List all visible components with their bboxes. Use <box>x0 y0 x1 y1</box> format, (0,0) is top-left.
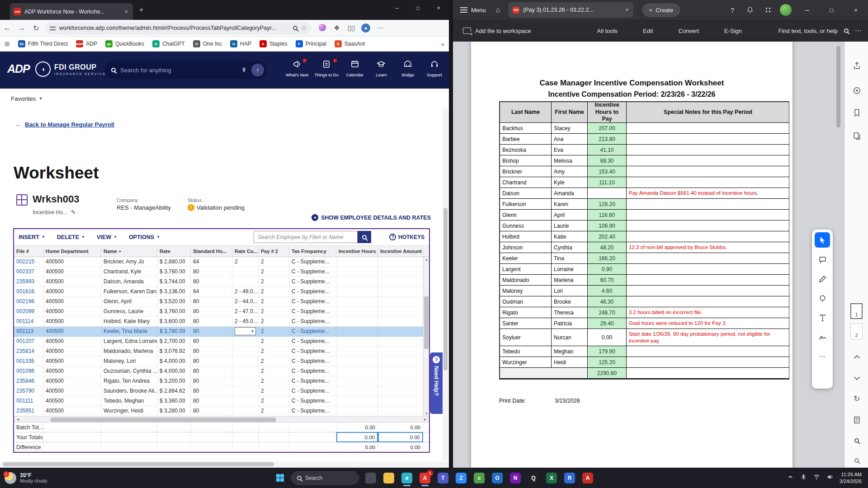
grid-row[interactable]: 001114400500Holbird, Katie Mary$ 3,600.0… <box>14 317 423 327</box>
grid-cell[interactable]: 400500 <box>43 287 101 297</box>
taskbar-outlook[interactable]: O <box>488 469 506 487</box>
grid-cell[interactable] <box>336 317 378 327</box>
taskbar-edge[interactable]: e <box>398 469 416 487</box>
minimize-button[interactable]: ─ <box>795 0 819 20</box>
grid-column-header[interactable]: Rate Co... <box>232 246 259 257</box>
bookmark-item[interactable]: H HAP <box>230 40 251 47</box>
acrobat-scroll-thumb[interactable] <box>836 46 840 127</box>
grid-cell[interactable]: Gunness, Laurie <box>101 307 157 317</box>
grid-cell[interactable]: 80 <box>191 406 232 416</box>
grid-row[interactable]: 235993400500Datson, Amanda$ 3,744.00802C… <box>14 277 423 287</box>
grid-cell[interactable] <box>336 267 378 277</box>
more-tools-icon[interactable]: ⋯ <box>815 349 830 364</box>
browser-menu-icon[interactable]: ⋯ <box>373 24 387 32</box>
grid-column-header[interactable]: Incentive Amount <box>378 246 423 257</box>
bookmark-item[interactable]: O One Inc <box>193 40 222 47</box>
grid-cell[interactable] <box>232 357 259 366</box>
page-thumbnail-1[interactable]: 1 <box>850 303 863 319</box>
bookmark-icon[interactable] <box>851 107 863 118</box>
grid-cell[interactable]: C - Suppleme... <box>289 396 336 406</box>
page-vscroll-thumb[interactable] <box>443 208 448 371</box>
grid-cell[interactable]: C - Suppleme... <box>289 406 336 416</box>
file-number-link[interactable]: 001207 <box>16 338 34 344</box>
file-number-link[interactable]: 235951 <box>16 408 34 414</box>
grid-cell[interactable] <box>232 277 259 287</box>
grid-cell[interactable] <box>336 366 378 376</box>
grid-cell[interactable] <box>378 277 423 287</box>
scroll-left-icon[interactable]: ◄ <box>16 417 20 422</box>
grid-cell[interactable]: 2 <box>259 257 289 267</box>
grid-cell[interactable]: $ 3,760.00 <box>157 307 191 317</box>
delete-menu-button[interactable]: DELETE ▼ <box>57 234 85 240</box>
totals-cell[interactable]: 0.00 <box>378 422 423 432</box>
grid-cell[interactable] <box>378 307 423 317</box>
zoom-out-icon[interactable] <box>851 455 863 466</box>
grid-cell[interactable] <box>232 386 259 396</box>
grid-cell[interactable] <box>378 337 423 347</box>
grid-row[interactable]: 235951400500Wurzinger, Heidi$ 3,280.0080… <box>14 406 423 416</box>
grid-cell[interactable]: 001096 <box>14 366 43 376</box>
document-tab[interactable]: PDF (Pay 3) 01.23.26 - 03.22.2... × <box>508 2 633 18</box>
grid-row[interactable]: 001207400500Largent, Edna Lorraine$ 2,70… <box>14 337 423 347</box>
grid-row[interactable]: 002337400500Chartrand, Kyle$ 3,760.00802… <box>14 267 423 277</box>
grid-cell[interactable]: 80 <box>191 277 232 287</box>
grid-cell[interactable]: 235951 <box>14 406 43 416</box>
insert-menu-button[interactable]: INSERT ▼ <box>19 234 45 240</box>
grid-cell[interactable] <box>336 376 378 386</box>
grid-cell[interactable] <box>378 317 423 327</box>
adp-nav-what-s-new[interactable]: What's New <box>285 58 309 83</box>
grid-cell[interactable]: C - Suppleme... <box>289 376 336 386</box>
maximize-button[interactable]: □ <box>407 0 428 16</box>
grid-cell[interactable]: 80 <box>191 396 232 406</box>
file-number-link[interactable]: 002196 <box>16 298 34 305</box>
grid-cell[interactable]: 2 <box>259 327 289 337</box>
grid-cell[interactable]: Maloney, Lori <box>101 357 157 366</box>
grid-vertical-scrollbar[interactable]: ▲ ▼ <box>423 257 429 416</box>
grid-cell[interactable] <box>336 337 378 347</box>
favorite-star-icon[interactable]: ☆ <box>301 25 307 32</box>
grid-cell[interactable]: 002196 <box>14 297 43 307</box>
grid-row[interactable]: 001096400500Ouzounian, Cynthia ...$ 4,00… <box>14 366 423 376</box>
bookmark-item[interactable]: S Staples <box>259 40 288 47</box>
ai-assistant-icon[interactable] <box>851 84 863 96</box>
bookmark-item[interactable]: S SaasAnt <box>335 40 365 47</box>
toolbar-more-icon[interactable]: ⋯ <box>855 27 862 35</box>
bookmark-item[interactable]: ADP ADP <box>76 40 97 47</box>
grid-cell[interactable]: Wurzinger, Heidi <box>101 406 157 416</box>
chevron-up-icon[interactable] <box>851 351 863 363</box>
taskbar-file-explorer[interactable] <box>380 469 398 487</box>
grid-row[interactable]: 001113400500Keeler, Tina Marie$ 3,780.00… <box>14 327 423 337</box>
close-button[interactable]: × <box>428 0 449 16</box>
grid-cell[interactable] <box>336 277 378 287</box>
apps-grid-icon[interactable] <box>759 7 777 13</box>
zoom-icon[interactable] <box>293 25 297 32</box>
grid-cell[interactable]: $ 3,760.00 <box>157 267 191 277</box>
grid-column-header[interactable]: Pay # 2 <box>259 246 289 257</box>
grid-cell[interactable] <box>378 297 423 307</box>
comment-tool-icon[interactable] <box>815 252 830 267</box>
maximize-button[interactable]: □ <box>819 0 844 20</box>
forward-icon[interactable]: → <box>14 24 29 32</box>
grid-cell[interactable] <box>336 347 378 357</box>
grid-cell[interactable]: 2 <box>259 307 289 317</box>
employee-search-input[interactable] <box>254 231 358 243</box>
grid-cell[interactable]: $ 3,200.00 <box>157 376 191 386</box>
find-text-label[interactable]: Find text, tools, or help <box>778 28 838 34</box>
grid-cell[interactable]: 2 - 45.0... <box>232 317 259 327</box>
acrobat-tool-convert[interactable]: Convert <box>671 28 707 34</box>
grid-cell[interactable]: 2 <box>259 297 289 307</box>
grid-cell[interactable]: Holbird, Katie Mary <box>101 317 157 327</box>
file-number-link[interactable]: 001616 <box>16 288 34 295</box>
bookmark-item[interactable]: 53 Fifth Third Direct <box>18 40 68 47</box>
grid-cell[interactable]: C - Suppleme... <box>289 257 336 267</box>
page-hscroll-thumb[interactable] <box>3 462 274 466</box>
grid-cell[interactable]: Largent, Edna Lorraine <box>101 337 157 347</box>
grid-cell[interactable] <box>378 406 423 416</box>
grid-cell[interactable]: 80 <box>191 267 232 277</box>
grid-cell[interactable]: $ 3,600.00 <box>157 317 191 327</box>
edit-pencil-icon[interactable]: ✎ <box>71 209 76 216</box>
close-button[interactable]: × <box>844 0 868 20</box>
grid-cell[interactable]: 001114 <box>14 317 43 327</box>
grid-cell[interactable]: 80 <box>191 386 232 396</box>
grid-cell[interactable]: C - Suppleme... <box>289 366 336 376</box>
